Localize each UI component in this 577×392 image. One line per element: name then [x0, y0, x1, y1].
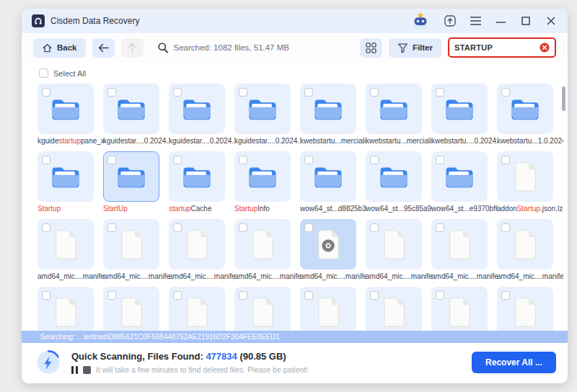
tile-checkbox[interactable] — [501, 223, 510, 232]
file-icon — [382, 297, 406, 327]
folder-icon — [443, 164, 476, 190]
file-tile[interactable] — [38, 151, 94, 202]
tile-checkbox[interactable] — [370, 291, 379, 300]
file-icon — [448, 297, 472, 327]
folder-icon — [49, 164, 82, 190]
tile-checkbox[interactable] — [173, 156, 182, 164]
tile-checkbox[interactable] — [107, 291, 116, 300]
tile-label: Startup — [38, 205, 104, 213]
file-tile[interactable] — [103, 219, 159, 270]
tile-checkbox[interactable] — [42, 88, 50, 97]
tile-checkbox[interactable] — [304, 223, 313, 232]
tile-checkbox[interactable] — [304, 291, 313, 300]
search-input[interactable] — [454, 43, 534, 52]
tile-label: amd64_mic....manifest — [366, 272, 432, 280]
tile-checkbox[interactable] — [173, 223, 182, 232]
tile-checkbox[interactable] — [370, 88, 379, 97]
file-tile[interactable] — [366, 287, 422, 331]
file-tile[interactable] — [38, 219, 94, 270]
pause-icon[interactable] — [71, 366, 78, 374]
file-tile[interactable] — [366, 84, 422, 134]
file-tile[interactable] — [103, 287, 159, 331]
tile-checkbox[interactable] — [239, 88, 247, 97]
tile-checkbox[interactable] — [304, 88, 313, 97]
file-tile[interactable] — [234, 151, 291, 202]
filter-icon — [397, 43, 408, 53]
tile-checkbox[interactable] — [436, 223, 444, 232]
file-tile[interactable] — [103, 84, 159, 134]
filter-button[interactable]: Filter — [389, 38, 441, 58]
recover-all-button[interactable]: Recover All ... — [472, 352, 556, 373]
file-tile[interactable] — [234, 219, 291, 270]
file-tile[interactable] — [431, 84, 488, 134]
assistant-mascot-icon[interactable] — [410, 12, 431, 30]
file-tile[interactable] — [169, 84, 225, 134]
tile-checkbox[interactable] — [173, 291, 182, 300]
tile-checkbox[interactable] — [436, 88, 444, 97]
select-all-checkbox[interactable] — [39, 68, 48, 78]
file-tile[interactable] — [300, 287, 356, 331]
searching-path: Searching: ...\entries\D885621C0F5984487… — [40, 333, 280, 341]
file-tile[interactable] — [497, 287, 553, 331]
file-tile[interactable] — [431, 151, 488, 202]
tile-checkbox[interactable] — [501, 291, 510, 300]
file-tile[interactable] — [497, 151, 553, 202]
file-tile[interactable] — [234, 84, 291, 134]
scrollbar[interactable] — [562, 66, 565, 326]
file-tile[interactable] — [38, 287, 94, 331]
tile-checkbox[interactable] — [501, 156, 510, 164]
select-all[interactable]: Select All — [22, 62, 568, 84]
tile-checkbox[interactable] — [436, 156, 444, 164]
file-tile[interactable] — [431, 219, 488, 270]
tile-checkbox[interactable] — [436, 291, 444, 300]
scanning-spinner-icon — [35, 349, 62, 376]
file-tile[interactable] — [497, 84, 553, 134]
file-tile[interactable] — [431, 287, 488, 331]
file-tile[interactable] — [300, 151, 356, 202]
upgrade-icon[interactable] — [444, 14, 457, 27]
file-tile[interactable] — [169, 151, 225, 202]
tile-checkbox[interactable] — [42, 156, 50, 164]
back-button[interactable]: Back — [33, 38, 86, 58]
tile-checkbox[interactable] — [239, 291, 247, 300]
tile-checkbox[interactable] — [239, 223, 247, 232]
file-tile[interactable] — [300, 219, 356, 270]
file-tile[interactable] — [169, 219, 225, 270]
tile-checkbox[interactable] — [501, 88, 510, 97]
file-cell: wow64_st...d8825b3b — [300, 151, 356, 213]
search-box[interactable] — [448, 37, 556, 58]
file-tile[interactable] — [169, 287, 225, 331]
nav-up-button[interactable] — [121, 38, 144, 58]
menu-icon[interactable] — [469, 14, 482, 27]
file-icon — [251, 229, 275, 259]
tile-checkbox[interactable] — [107, 156, 116, 164]
file-tile[interactable] — [497, 219, 553, 270]
file-tile[interactable] — [300, 84, 356, 134]
file-tile[interactable] — [366, 151, 422, 202]
tile-checkbox[interactable] — [173, 88, 182, 97]
close-icon[interactable] — [545, 14, 558, 27]
tile-checkbox[interactable] — [42, 291, 50, 300]
scrollbar-thumb[interactable] — [562, 86, 565, 111]
scan-status-line: Quick Scanning, Files Found: 477834 (90.… — [71, 351, 308, 362]
tile-checkbox[interactable] — [370, 223, 379, 232]
clear-search-icon[interactable] — [539, 43, 550, 53]
tile-checkbox[interactable] — [239, 156, 247, 164]
file-tile[interactable] — [366, 219, 422, 270]
tile-checkbox[interactable] — [304, 156, 313, 164]
stop-icon[interactable] — [83, 366, 91, 374]
minimize-icon[interactable] — [494, 14, 507, 27]
file-tile[interactable] — [234, 287, 291, 331]
file-tile[interactable] — [38, 84, 94, 134]
tile-checkbox[interactable] — [42, 223, 50, 232]
file-tile[interactable] — [103, 151, 159, 202]
tile-checkbox[interactable] — [370, 156, 379, 164]
tile-label: wow64_st...d8825b3b — [300, 205, 366, 213]
maximize-icon[interactable] — [519, 14, 532, 27]
tile-label: kwebstartu...1.0.2024.2 — [497, 137, 563, 145]
file-cell: amd64_mic....manifest — [300, 219, 356, 280]
tile-checkbox[interactable] — [107, 88, 116, 97]
tile-checkbox[interactable] — [107, 223, 116, 232]
grid-view-button[interactable] — [360, 38, 382, 58]
nav-back-button[interactable] — [92, 38, 115, 58]
